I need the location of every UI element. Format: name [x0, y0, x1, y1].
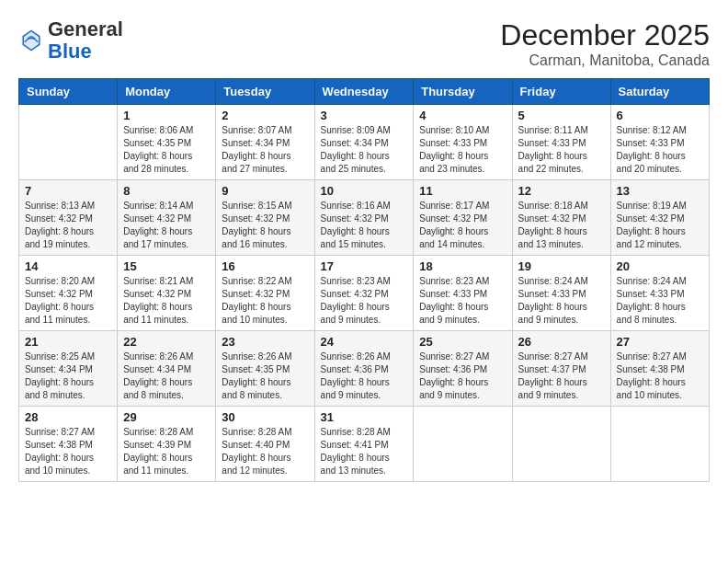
- day-number: 2: [222, 109, 308, 122]
- day-info: Sunrise: 8:16 AM Sunset: 4:32 PM Dayligh…: [321, 200, 408, 251]
- month-title: December 2025: [500, 18, 710, 52]
- calendar-cell: 6Sunrise: 8:12 AM Sunset: 4:33 PM Daylig…: [610, 105, 709, 180]
- calendar-cell: 19Sunrise: 8:24 AM Sunset: 4:33 PM Dayli…: [512, 256, 610, 331]
- calendar-cell: 22Sunrise: 8:26 AM Sunset: 4:34 PM Dayli…: [118, 331, 216, 407]
- day-info: Sunrise: 8:07 AM Sunset: 4:34 PM Dayligh…: [222, 124, 308, 176]
- calendar-cell: [610, 407, 709, 482]
- calendar-cell: 9Sunrise: 8:15 AM Sunset: 4:32 PM Daylig…: [216, 180, 314, 256]
- day-number: 14: [25, 259, 111, 273]
- calendar-cell: 1Sunrise: 8:06 AM Sunset: 4:35 PM Daylig…: [118, 105, 216, 180]
- logo-general: General: [48, 18, 123, 40]
- calendar-cell: 18Sunrise: 8:23 AM Sunset: 4:33 PM Dayli…: [414, 256, 512, 331]
- day-info: Sunrise: 8:27 AM Sunset: 4:37 PM Dayligh…: [518, 350, 605, 402]
- calendar-cell: 30Sunrise: 8:28 AM Sunset: 4:40 PM Dayli…: [216, 407, 314, 482]
- calendar-cell: 11Sunrise: 8:17 AM Sunset: 4:32 PM Dayli…: [414, 180, 512, 256]
- calendar-header-thursday: Thursday: [414, 79, 512, 105]
- day-number: 25: [419, 335, 506, 349]
- day-info: Sunrise: 8:21 AM Sunset: 4:32 PM Dayligh…: [123, 275, 210, 327]
- day-number: 29: [123, 410, 210, 424]
- day-number: 27: [617, 335, 703, 349]
- day-info: Sunrise: 8:26 AM Sunset: 4:35 PM Dayligh…: [222, 350, 308, 402]
- logo-blue: Blue: [48, 40, 123, 63]
- calendar-cell: 16Sunrise: 8:22 AM Sunset: 4:32 PM Dayli…: [216, 256, 314, 331]
- calendar-cell: [414, 407, 512, 482]
- calendar-header-wednesday: Wednesday: [314, 79, 414, 105]
- day-number: 10: [321, 184, 408, 198]
- day-info: Sunrise: 8:18 AM Sunset: 4:32 PM Dayligh…: [518, 200, 605, 251]
- day-number: 4: [419, 109, 506, 122]
- day-info: Sunrise: 8:25 AM Sunset: 4:34 PM Dayligh…: [25, 350, 111, 402]
- day-number: 16: [222, 259, 308, 273]
- calendar-table: SundayMondayTuesdayWednesdayThursdayFrid…: [18, 78, 710, 482]
- day-info: Sunrise: 8:23 AM Sunset: 4:32 PM Dayligh…: [321, 275, 408, 327]
- calendar-header-row: SundayMondayTuesdayWednesdayThursdayFrid…: [19, 79, 710, 105]
- calendar-cell: 23Sunrise: 8:26 AM Sunset: 4:35 PM Dayli…: [216, 331, 314, 407]
- day-number: 13: [617, 184, 703, 198]
- calendar-cell: 4Sunrise: 8:10 AM Sunset: 4:33 PM Daylig…: [414, 105, 512, 180]
- calendar-header-friday: Friday: [512, 79, 610, 105]
- page-header: General Blue December 2025 Carman, Manit…: [18, 18, 710, 69]
- day-info: Sunrise: 8:28 AM Sunset: 4:40 PM Dayligh…: [222, 426, 308, 477]
- calendar-week-row: 1Sunrise: 8:06 AM Sunset: 4:35 PM Daylig…: [19, 105, 710, 180]
- calendar-cell: 2Sunrise: 8:07 AM Sunset: 4:34 PM Daylig…: [216, 105, 314, 180]
- day-number: 12: [518, 184, 605, 198]
- logo-text: General Blue: [48, 18, 123, 63]
- day-info: Sunrise: 8:13 AM Sunset: 4:32 PM Dayligh…: [25, 200, 111, 251]
- calendar-cell: 26Sunrise: 8:27 AM Sunset: 4:37 PM Dayli…: [512, 331, 610, 407]
- calendar-cell: 7Sunrise: 8:13 AM Sunset: 4:32 PM Daylig…: [19, 180, 118, 256]
- day-number: 24: [321, 335, 408, 349]
- day-info: Sunrise: 8:28 AM Sunset: 4:41 PM Dayligh…: [321, 426, 408, 477]
- calendar-week-row: 28Sunrise: 8:27 AM Sunset: 4:38 PM Dayli…: [19, 407, 710, 482]
- day-number: 7: [25, 184, 111, 198]
- day-number: 5: [518, 109, 605, 122]
- day-info: Sunrise: 8:26 AM Sunset: 4:36 PM Dayligh…: [321, 350, 408, 402]
- day-info: Sunrise: 8:12 AM Sunset: 4:33 PM Dayligh…: [617, 124, 703, 176]
- day-info: Sunrise: 8:24 AM Sunset: 4:33 PM Dayligh…: [617, 275, 703, 327]
- calendar-header-monday: Monday: [118, 79, 216, 105]
- calendar-cell: [512, 407, 610, 482]
- calendar-week-row: 14Sunrise: 8:20 AM Sunset: 4:32 PM Dayli…: [19, 256, 710, 331]
- logo-icon: [18, 28, 44, 53]
- day-info: Sunrise: 8:22 AM Sunset: 4:32 PM Dayligh…: [222, 275, 308, 327]
- day-number: 1: [123, 109, 210, 122]
- day-info: Sunrise: 8:28 AM Sunset: 4:39 PM Dayligh…: [123, 426, 210, 477]
- day-info: Sunrise: 8:15 AM Sunset: 4:32 PM Dayligh…: [222, 200, 308, 251]
- calendar-header-tuesday: Tuesday: [216, 79, 314, 105]
- day-info: Sunrise: 8:27 AM Sunset: 4:36 PM Dayligh…: [419, 350, 506, 402]
- svg-marker-0: [22, 29, 41, 52]
- day-info: Sunrise: 8:17 AM Sunset: 4:32 PM Dayligh…: [419, 200, 506, 251]
- day-info: Sunrise: 8:06 AM Sunset: 4:35 PM Dayligh…: [123, 124, 210, 176]
- day-number: 9: [222, 184, 308, 198]
- day-number: 6: [617, 109, 703, 122]
- day-number: 21: [25, 335, 111, 349]
- calendar-cell: 27Sunrise: 8:27 AM Sunset: 4:38 PM Dayli…: [610, 331, 709, 407]
- location-title: Carman, Manitoba, Canada: [500, 52, 710, 69]
- day-number: 23: [222, 335, 308, 349]
- calendar-cell: [19, 105, 118, 180]
- calendar-cell: 12Sunrise: 8:18 AM Sunset: 4:32 PM Dayli…: [512, 180, 610, 256]
- day-info: Sunrise: 8:19 AM Sunset: 4:32 PM Dayligh…: [617, 200, 703, 251]
- calendar-week-row: 7Sunrise: 8:13 AM Sunset: 4:32 PM Daylig…: [19, 180, 710, 256]
- day-number: 8: [123, 184, 210, 198]
- calendar-cell: 21Sunrise: 8:25 AM Sunset: 4:34 PM Dayli…: [19, 331, 118, 407]
- day-number: 11: [419, 184, 506, 198]
- day-info: Sunrise: 8:27 AM Sunset: 4:38 PM Dayligh…: [617, 350, 703, 402]
- calendar-cell: 14Sunrise: 8:20 AM Sunset: 4:32 PM Dayli…: [19, 256, 118, 331]
- calendar-cell: 24Sunrise: 8:26 AM Sunset: 4:36 PM Dayli…: [314, 331, 414, 407]
- calendar-cell: 31Sunrise: 8:28 AM Sunset: 4:41 PM Dayli…: [314, 407, 414, 482]
- calendar-week-row: 21Sunrise: 8:25 AM Sunset: 4:34 PM Dayli…: [19, 331, 710, 407]
- calendar-cell: 29Sunrise: 8:28 AM Sunset: 4:39 PM Dayli…: [118, 407, 216, 482]
- day-number: 15: [123, 259, 210, 273]
- day-info: Sunrise: 8:27 AM Sunset: 4:38 PM Dayligh…: [25, 426, 111, 477]
- day-info: Sunrise: 8:14 AM Sunset: 4:32 PM Dayligh…: [123, 200, 210, 251]
- calendar-cell: 28Sunrise: 8:27 AM Sunset: 4:38 PM Dayli…: [19, 407, 118, 482]
- calendar-cell: 17Sunrise: 8:23 AM Sunset: 4:32 PM Dayli…: [314, 256, 414, 331]
- day-number: 18: [419, 259, 506, 273]
- day-number: 3: [321, 109, 408, 122]
- day-info: Sunrise: 8:11 AM Sunset: 4:33 PM Dayligh…: [518, 124, 605, 176]
- calendar-cell: 5Sunrise: 8:11 AM Sunset: 4:33 PM Daylig…: [512, 105, 610, 180]
- day-info: Sunrise: 8:24 AM Sunset: 4:33 PM Dayligh…: [518, 275, 605, 327]
- title-block: December 2025 Carman, Manitoba, Canada: [500, 18, 710, 69]
- day-info: Sunrise: 8:26 AM Sunset: 4:34 PM Dayligh…: [123, 350, 210, 402]
- calendar-cell: 8Sunrise: 8:14 AM Sunset: 4:32 PM Daylig…: [118, 180, 216, 256]
